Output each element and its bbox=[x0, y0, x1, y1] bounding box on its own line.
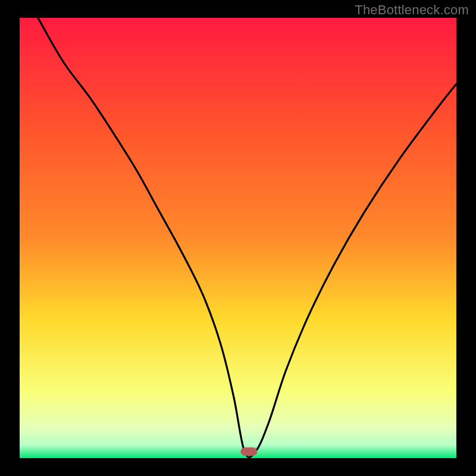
minimum-marker bbox=[240, 447, 257, 456]
chart-stage: TheBottleneck.com bbox=[0, 0, 476, 476]
gradient-plot-area bbox=[20, 18, 456, 458]
bottleneck-chart bbox=[0, 0, 476, 476]
watermark-text: TheBottleneck.com bbox=[355, 2, 469, 18]
